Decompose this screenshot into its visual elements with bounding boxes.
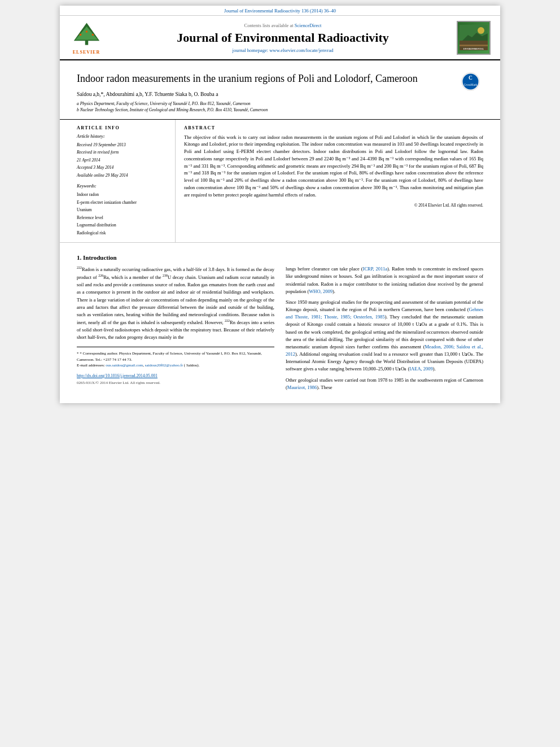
keyword-4: Reference level <box>77 214 167 222</box>
env-radio-logo-box: ENVIRONMENTAL <box>457 21 491 55</box>
article-title-area: Indoor radon measurements in the uranium… <box>60 60 500 120</box>
affiliation-b: b Nuclear Technology Section, Institute … <box>77 107 449 113</box>
received-revised-label: Received in revised form <box>77 148 167 156</box>
abstract-heading: ABSTRACT <box>184 125 483 130</box>
svg-rect-11 <box>460 45 488 46</box>
body-area: 1. Introduction 222Radon is a naturally … <box>60 243 500 403</box>
header-right-logo: ENVIRONMENTAL <box>454 21 493 55</box>
elsevier-label: ELSEVIER <box>73 50 100 55</box>
footnote-email: E-mail addresses: ous.saidou@gmail.com, … <box>77 362 274 369</box>
body-left-col: 222Radon is a naturally occurring radioa… <box>77 265 274 395</box>
article-dates: Received 19 September 2013 Received in r… <box>77 141 167 180</box>
header-area: ELSEVIER Contents lists available at Sci… <box>60 16 500 60</box>
abstract-text: The objective of this work is to carry o… <box>184 134 483 199</box>
revised-date: 21 April 2014 <box>77 156 167 164</box>
page: Journal of Environmental Radioactivity 1… <box>60 6 500 403</box>
affiliation-a: a Physics Department, Faculty of Science… <box>77 101 449 107</box>
copyright-line: © 2014 Elsevier Ltd. All rights reserved… <box>184 203 483 208</box>
svg-point-5 <box>91 34 94 36</box>
crossmark-logo: C CrossMark <box>458 72 483 91</box>
keyword-3: Uranium <box>77 206 167 214</box>
elsevier-tree-icon <box>71 20 102 49</box>
email-link-1[interactable]: ous.saidou@gmail.com <box>106 363 143 368</box>
article-title: Indoor radon measurements in the uranium… <box>77 72 449 86</box>
article-history-label: Article history: <box>77 134 167 139</box>
homepage-link[interactable]: journal homepage: www.elsevier.com/locat… <box>233 47 334 53</box>
svg-text:CrossMark: CrossMark <box>464 83 478 86</box>
journal-title: Journal of Environmental Radioactivity <box>112 30 454 45</box>
keyword-6: Radiological risk <box>77 229 167 237</box>
header-center: Contents lists available at ScienceDirec… <box>112 23 454 53</box>
affiliations: a Physics Department, Faculty of Science… <box>77 101 449 113</box>
journal-citation: Journal of Environmental Radioactivity 1… <box>224 8 336 14</box>
accepted-date: Accepted 3 May 2014 <box>77 164 167 172</box>
elsevier-logo: ELSEVIER <box>67 20 106 55</box>
journal-top-bar: Journal of Environmental Radioactivity 1… <box>60 6 500 16</box>
svg-point-6 <box>85 30 88 33</box>
intro-para-right-3: Other geological studies were carried ou… <box>286 377 483 391</box>
svg-text:C: C <box>469 75 473 81</box>
crossmark-icon: C CrossMark <box>461 72 480 91</box>
intro-para-right-1: lungs before clearance can take place (I… <box>286 265 483 295</box>
issn-info: 0265-931X/© 2014 Elsevier Ltd. All right… <box>77 381 274 385</box>
body-right-col: lungs before clearance can take place (I… <box>286 265 483 395</box>
svg-text:ENVIRONMENTAL: ENVIRONMENTAL <box>463 47 484 50</box>
introduction-title: 1. Introduction <box>77 254 483 261</box>
keyword-5: Lognormal distribution <box>77 221 167 229</box>
abstract-col: ABSTRACT The objective of this work is t… <box>176 120 483 243</box>
svg-point-9 <box>478 27 484 34</box>
journal-homepage: journal homepage: www.elsevier.com/locat… <box>112 47 454 53</box>
received-date: Received 19 September 2013 <box>77 141 167 149</box>
svg-point-4 <box>79 34 81 36</box>
authors: Saïdou a,b,*, Abdourahimi a,b, Y.F. Tchu… <box>77 91 449 97</box>
footnote-corresponding: * * Corresponding author. Physics Depart… <box>77 351 274 362</box>
footnote-area: * * Corresponding author. Physics Depart… <box>77 347 274 369</box>
doi-link[interactable]: http://dx.doi.org/10.1016/j.jenvrad.2014… <box>77 373 158 378</box>
intro-para-right-2: Since 1950 many geological studies for t… <box>286 299 483 373</box>
keyword-2: E-perm electret ionization chamber <box>77 199 167 207</box>
available-date: Available online 29 May 2014 <box>77 172 167 180</box>
article-title-block: Indoor radon measurements in the uranium… <box>77 72 449 113</box>
keywords-list: Indoor radon E-perm electret ionization … <box>77 191 167 237</box>
keyword-1: Indoor radon <box>77 191 167 199</box>
introduction-two-col: 222Radon is a naturally occurring radioa… <box>77 265 483 395</box>
article-info-heading: ARTICLE INFO <box>77 125 167 130</box>
article-info-col: ARTICLE INFO Article history: Received 1… <box>77 120 176 243</box>
intro-para-1: 222Radon is a naturally occurring radioa… <box>77 265 274 341</box>
keywords-label: Keywords: <box>77 184 167 189</box>
science-direct-link[interactable]: ScienceDirect <box>295 23 322 28</box>
email-link-2[interactable]: saidous20f02@yahoo.fr <box>145 363 183 368</box>
science-direct-line: Contents lists available at ScienceDirec… <box>112 23 454 28</box>
article-info-abstract-section: ARTICLE INFO Article history: Received 1… <box>60 120 500 243</box>
